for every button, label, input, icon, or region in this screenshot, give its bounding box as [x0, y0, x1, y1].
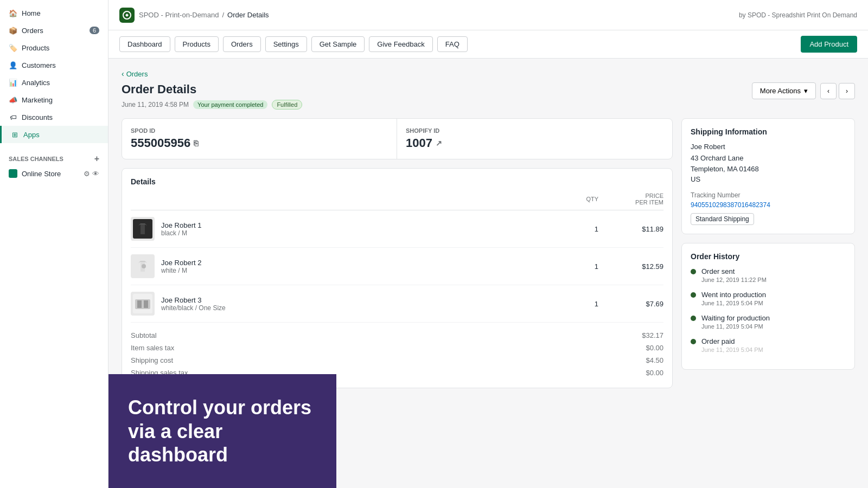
sidebar-item-customers[interactable]: 👤 Customers [0, 56, 108, 74]
spod-id-section: SPOD ID 555005956 ⎘ [122, 119, 397, 159]
tab-get-sample[interactable]: Get Sample [311, 36, 365, 52]
right-column: Shipping Information Joe Robert 43 Orcha… [681, 118, 855, 397]
breadcrumb-current: Order Details [227, 11, 269, 19]
home-icon: 🏠 [9, 9, 17, 17]
history-dot-1 [691, 269, 696, 274]
sidebar: 🏠 Home 📦 Orders 6 🏷️ Products 👤 Customer… [0, 0, 108, 488]
item-qty-2: 1 [555, 262, 598, 271]
sidebar-item-analytics[interactable]: 📊 Analytics [0, 74, 108, 91]
order-item-3: Joe Robert 3 white/black / One Size 1 $7… [131, 285, 663, 323]
history-dot-2 [691, 292, 696, 298]
details-card: Details QTY PRICE per item [122, 168, 673, 388]
tab-products[interactable]: Products [175, 36, 219, 52]
tracking-number[interactable]: 9405510298387016482374 [691, 201, 846, 209]
svg-rect-9 [144, 300, 148, 308]
page-title: Order Details [122, 82, 302, 97]
item-price-2: $12.59 [598, 262, 663, 271]
shipping-address2: Templeton, MA 01468 [691, 164, 846, 175]
topbar-by: by SPOD - Spreadshirt Print On Demand [739, 11, 857, 19]
shopify-id-section: Shopify ID 1007 ↗ [397, 119, 672, 159]
shipping-name: Joe Robert [691, 143, 846, 151]
svg-rect-2 [141, 224, 145, 234]
history-title: Order History [691, 252, 846, 261]
order-date: June 11, 2019 4:58 PM [122, 101, 189, 108]
overlay-promo-card: Control your orders via a clear dashboar… [108, 374, 336, 488]
shipping-info-card: Shipping Information Joe Robert 43 Orcha… [681, 118, 855, 234]
tab-settings[interactable]: Settings [265, 36, 307, 52]
main-content: SPOD - Print-on-Demand / Order Details b… [108, 0, 868, 488]
nav-tabs: Dashboard Products Orders Settings Get S… [108, 30, 868, 59]
history-item-1: Order sent June 12, 2019 11:22 PM [691, 267, 846, 283]
item-variant-2: white / M [161, 267, 555, 274]
sidebar-item-orders[interactable]: 📦 Orders 6 [0, 22, 108, 39]
online-store-item[interactable]: Online Store ⚙ 👁 [0, 166, 108, 181]
shipping-method-badge: Standard Shipping [691, 213, 754, 225]
sidebar-item-marketing[interactable]: 📣 Marketing [0, 91, 108, 108]
order-item-1: Joe Robert 1 black / M 1 $11.89 [131, 210, 663, 248]
overlay-text: Control your orders via a clear dashboar… [128, 396, 317, 466]
item-name-3: Joe Robert 3 [161, 296, 555, 304]
discounts-icon: 🏷 [9, 113, 17, 121]
item-name-1: Joe Robert 1 [161, 221, 555, 229]
svg-rect-8 [137, 300, 142, 308]
qty-col-header: QTY [555, 196, 598, 202]
sales-channels-section: Sales channels + [0, 147, 108, 166]
item-name-2: Joe Robert 2 [161, 259, 555, 267]
shipping-address1: 43 Orchard Lane [691, 153, 846, 164]
apps-icon: ⊞ [10, 130, 19, 139]
more-actions-button[interactable]: More Actions ▾ [752, 82, 816, 99]
products-icon: 🏷️ [9, 43, 17, 52]
orders-icon: 📦 [9, 26, 17, 35]
external-link-icon[interactable]: ↗ [436, 139, 442, 147]
topbar-left: SPOD - Print-on-Demand / Order Details [119, 8, 269, 23]
tab-give-feedback[interactable]: Give Feedback [369, 36, 432, 52]
page-header: Order Details June 11, 2019 4:58 PM Your… [122, 82, 855, 110]
sidebar-item-products[interactable]: 🏷️ Products [0, 39, 108, 56]
back-link[interactable]: ‹ Orders [122, 69, 855, 78]
sidebar-item-home[interactable]: 🏠 Home [0, 4, 108, 22]
page-meta: June 11, 2019 4:58 PM Your payment compl… [122, 100, 302, 110]
item-thumbnail-3 [131, 292, 155, 316]
prev-order-button[interactable]: ‹ [820, 83, 837, 99]
breadcrumb-app[interactable]: SPOD - Print-on-Demand [139, 11, 219, 19]
item-qty-3: 1 [555, 300, 598, 308]
price-col-header: PRICE per item [598, 192, 663, 206]
shipping-cost-row: Shipping cost $4.50 [131, 354, 663, 367]
item-sales-tax-row: Item sales tax $0.00 [131, 342, 663, 354]
tab-faq[interactable]: FAQ [437, 36, 468, 52]
item-qty-1: 1 [555, 225, 598, 233]
chevron-down-icon: ▾ [804, 87, 808, 95]
add-sales-channel-button[interactable]: + [94, 154, 99, 164]
tab-orders[interactable]: Orders [223, 36, 261, 52]
sidebar-item-apps[interactable]: ⊞ Apps [0, 126, 108, 143]
online-store-eye-icon[interactable]: 👁 [92, 170, 99, 178]
store-icon [9, 169, 17, 178]
order-history-card: Order History Order sent June 12, 2019 1… [681, 243, 855, 370]
content-grid: SPOD ID 555005956 ⎘ Shopify ID 1007 ↗ [122, 118, 855, 397]
back-arrow-icon: ‹ [122, 69, 124, 78]
item-thumbnail-2 [131, 254, 155, 278]
add-product-button[interactable]: Add Product [801, 36, 857, 53]
marketing-icon: 📣 [9, 95, 17, 104]
history-dot-3 [691, 316, 696, 321]
online-store-settings-icon[interactable]: ⚙ [84, 170, 90, 178]
shopify-id-value: 1007 [406, 136, 432, 150]
app-logo [119, 8, 135, 23]
spod-id-value: 555005956 [131, 136, 190, 150]
copy-icon[interactable]: ⎘ [194, 139, 198, 147]
history-item-3: Waiting for production June 11, 2019 5:0… [691, 314, 846, 330]
item-variant-3: white/black / One Size [161, 304, 555, 312]
fulfillment-badge: Fulfilled [272, 100, 302, 110]
history-item-2: Went into production June 11, 2019 5:04 … [691, 291, 846, 306]
sidebar-item-discounts[interactable]: 🏷 Discounts [0, 108, 108, 126]
history-item-4: Order paid June 11, 2019 5:04 PM [691, 337, 846, 353]
topbar: SPOD - Print-on-Demand / Order Details b… [108, 0, 868, 30]
item-price-1: $11.89 [598, 225, 663, 233]
history-dot-4 [691, 339, 696, 344]
next-order-button[interactable]: › [839, 83, 855, 99]
totals-section: Subtotal $32.17 Item sales tax $0.00 Shi… [131, 329, 663, 379]
tab-dashboard[interactable]: Dashboard [119, 36, 170, 52]
svg-point-5 [142, 264, 146, 268]
item-price-3: $7.69 [598, 300, 663, 308]
left-column: SPOD ID 555005956 ⎘ Shopify ID 1007 ↗ [122, 118, 673, 397]
